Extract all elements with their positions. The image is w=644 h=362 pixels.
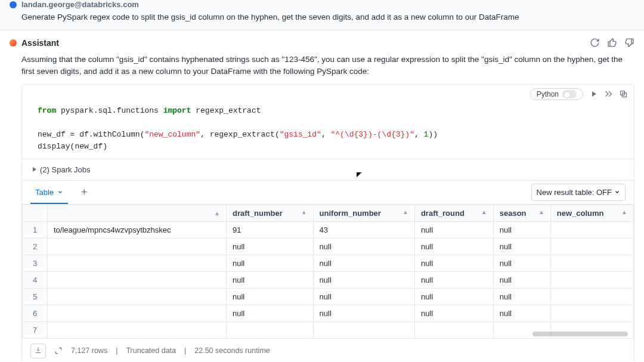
rownum-cell: 3 (23, 255, 48, 271)
cell (550, 255, 633, 271)
spark-jobs-label: (2) Spark Jobs (40, 165, 91, 174)
code-editor[interactable]: from pyspark.sql.functions import regexp… (22, 101, 634, 159)
regenerate-icon[interactable] (590, 38, 600, 48)
chevron-down-icon (57, 189, 63, 195)
rownum-cell: 5 (23, 288, 48, 305)
table-row[interactable]: 6nullnullnullnull (23, 305, 634, 321)
caret-right-icon (33, 167, 36, 172)
cell: null (313, 288, 414, 305)
cell: null (313, 255, 414, 271)
tab-table[interactable]: Table (30, 181, 68, 204)
assistant-intro-text: Assuming that the column "gsis_id" conta… (10, 54, 634, 84)
download-button[interactable] (30, 344, 46, 358)
sort-icon[interactable]: ▲ (538, 209, 544, 215)
cell (48, 271, 227, 288)
col-header-draft-round[interactable]: draft_round▲ (414, 205, 493, 221)
new-result-label: New result table: OFF (537, 188, 612, 197)
cell: null (493, 221, 550, 238)
cell: null (313, 305, 414, 321)
spark-jobs-toggle[interactable]: (2) Spark Jobs (22, 159, 634, 180)
more-icon[interactable] (604, 89, 613, 98)
cell: null (493, 238, 550, 255)
cell (550, 271, 633, 288)
cell: null (414, 238, 493, 255)
cell: null (313, 271, 414, 288)
rownum-cell: 1 (23, 221, 48, 238)
cell (550, 288, 633, 305)
cell (48, 255, 227, 271)
language-pill[interactable]: Python (530, 88, 583, 100)
language-toggle[interactable] (562, 90, 577, 98)
cell (227, 321, 314, 338)
cell (414, 321, 493, 338)
table-row[interactable]: 2nullnullnullnull (23, 238, 634, 255)
table-row[interactable]: 4nullnullnullnull (23, 271, 634, 288)
cell: null (414, 305, 493, 321)
user-email: landan.george@databricks.com (21, 0, 139, 9)
cell: null (414, 288, 493, 305)
cell: null (227, 255, 314, 271)
sort-icon[interactable]: ▲ (402, 209, 408, 215)
tab-table-label: Table (35, 188, 54, 197)
user-message-text: Generate PySpark regex code to split the… (10, 13, 634, 21)
sort-icon[interactable]: ▲ (301, 209, 307, 215)
cell: null (414, 271, 493, 288)
table-row[interactable]: 3nullnullnullnull (23, 255, 634, 271)
new-result-table-select[interactable]: New result table: OFF (531, 184, 626, 201)
expand-icon[interactable] (54, 346, 63, 355)
cell: null (493, 288, 550, 305)
horizontal-scrollbar[interactable] (532, 332, 628, 336)
cell: null (227, 238, 314, 255)
sort-icon[interactable]: ▲ (481, 209, 487, 215)
col-header-season[interactable]: season▲ (493, 205, 550, 221)
cell: null (227, 305, 314, 321)
cell (48, 305, 227, 321)
result-footer: 7,127 rows | Truncated data | 22.50 seco… (22, 339, 634, 363)
cell (48, 238, 227, 255)
cell: null (493, 305, 550, 321)
result-table: ▲ draft_number▲ uniform_number▲ draft_ro… (22, 205, 634, 339)
thumbs-down-icon[interactable] (624, 38, 634, 48)
table-row[interactable]: 5nullnullnullnull (23, 288, 634, 305)
rownum-header[interactable] (23, 205, 48, 221)
cell: null (313, 238, 414, 255)
assistant-avatar (10, 39, 17, 47)
add-tab-button[interactable]: + (76, 181, 92, 203)
cell: 91 (227, 221, 314, 238)
col-header-first[interactable]: ▲ (48, 205, 227, 221)
thumbs-up-icon[interactable] (607, 38, 617, 48)
rownum-cell: 7 (23, 321, 48, 338)
run-icon[interactable] (589, 89, 598, 98)
cell: null (493, 255, 550, 271)
cell (313, 321, 414, 338)
cell: to/league/mpncs4wzvpsytbzhskec (48, 221, 227, 238)
footer-runtime: 22.50 seconds runtime (194, 346, 270, 355)
code-cell: Python from pyspark.sql.functions import… (21, 84, 634, 363)
chevron-down-icon (614, 189, 620, 195)
cell (48, 321, 227, 338)
language-label: Python (537, 90, 559, 98)
col-header-new-column[interactable]: new_column▲ (550, 205, 633, 221)
cell: null (227, 271, 314, 288)
table-row[interactable]: 1to/league/mpncs4wzvpsytbzhskec9143nulln… (23, 221, 634, 238)
user-message-block: landan.george@databricks.com Generate Py… (0, 0, 644, 30)
sort-icon[interactable]: ▲ (214, 210, 220, 216)
download-icon (35, 346, 42, 354)
col-header-draft-number[interactable]: draft_number▲ (227, 205, 314, 221)
assistant-title: Assistant (21, 38, 59, 48)
cell (550, 221, 633, 238)
cell: null (414, 255, 493, 271)
rownum-cell: 4 (23, 271, 48, 288)
col-header-uniform-number[interactable]: uniform_number▲ (313, 205, 414, 221)
cell: null (414, 221, 493, 238)
cell (550, 238, 633, 255)
cell (48, 288, 227, 305)
copy-icon[interactable] (619, 89, 628, 98)
footer-rows: 7,127 rows (71, 346, 107, 355)
rownum-cell: 6 (23, 305, 48, 321)
cell (550, 305, 633, 321)
rownum-cell: 2 (23, 238, 48, 255)
sort-icon[interactable]: ▲ (621, 209, 627, 215)
result-table-wrap: ▲ draft_number▲ uniform_number▲ draft_ro… (22, 204, 634, 339)
cell: null (493, 271, 550, 288)
